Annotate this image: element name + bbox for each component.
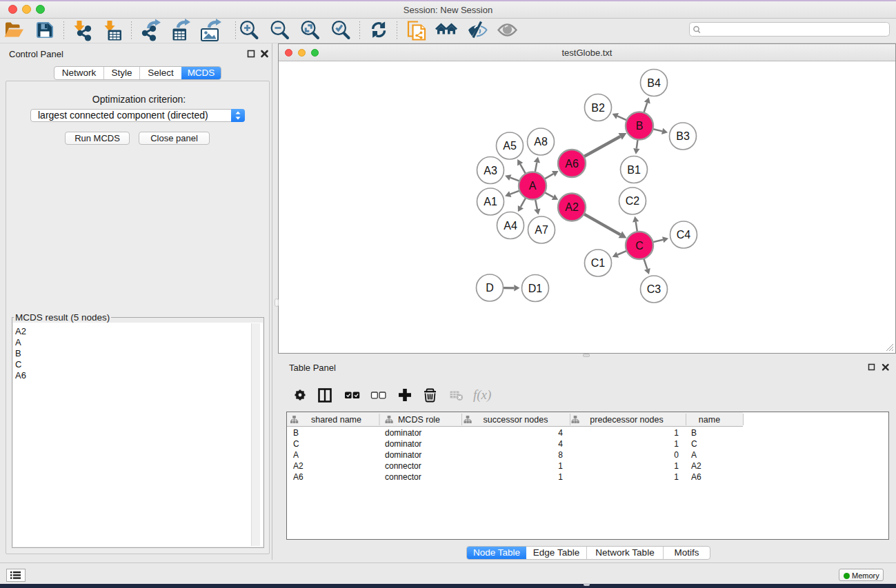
svg-text:A3: A3 [484,165,497,176]
svg-text:C3: C3 [647,283,661,295]
svg-text:B1: B1 [627,164,641,176]
svg-text:A: A [529,180,537,192]
svg-text:B3: B3 [676,130,690,142]
svg-text:C: C [635,240,644,252]
svg-text:A6: A6 [565,158,579,170]
svg-text:shared name: shared name [311,415,361,425]
svg-text:D1: D1 [528,283,543,294]
svg-text:C4: C4 [677,229,691,241]
svg-text:name: name [698,415,719,425]
svg-text:B4: B4 [647,77,661,89]
svg-text:C1: C1 [591,257,606,269]
svg-text:MCDS role: MCDS role [397,415,439,425]
svg-text:A8: A8 [534,136,548,148]
svg-text:successor nodes: successor nodes [483,415,548,425]
svg-text:A5: A5 [503,140,517,152]
svg-text:A1: A1 [484,196,497,207]
svg-text:B: B [636,120,644,132]
svg-text:A2: A2 [565,201,579,213]
svg-text:B2: B2 [591,102,605,114]
svg-text:predecessor nodes: predecessor nodes [590,415,663,425]
svg-text:C2: C2 [626,195,640,207]
svg-text:D: D [486,282,494,294]
svg-text:A7: A7 [535,224,548,236]
svg-text:f(x): f(x) [473,387,491,403]
svg-text:A4: A4 [504,220,517,232]
